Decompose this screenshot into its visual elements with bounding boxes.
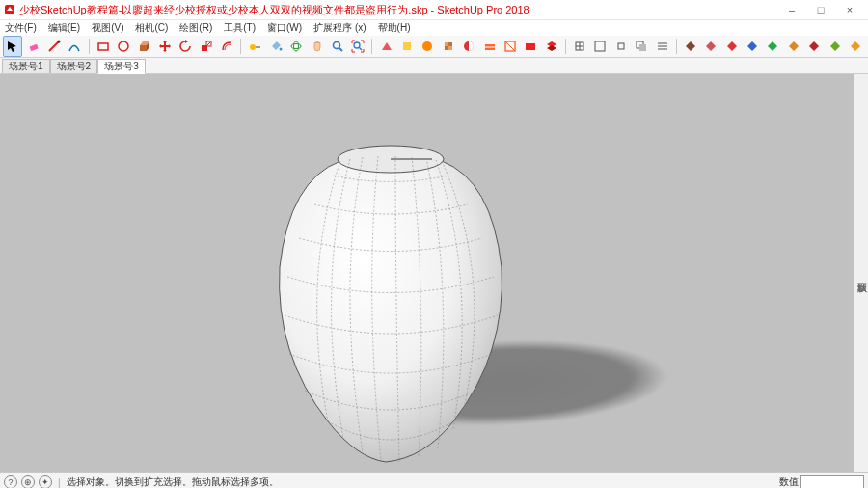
scene-tab-3[interactable]: 场景号3 bbox=[97, 59, 146, 74]
rectangle-tool-icon[interactable] bbox=[93, 36, 112, 57]
pushpull-tool-icon[interactable] bbox=[134, 36, 153, 57]
status-geoloc-icon[interactable]: ⊕ bbox=[21, 475, 35, 488]
menu-bar: 文件(F) 编辑(E) 视图(V) 相机(C) 绘图(R) 工具(T) 窗口(W… bbox=[0, 20, 868, 36]
measurements-label: 数值 bbox=[779, 475, 799, 488]
app-icon bbox=[4, 4, 15, 15]
outliner-icon[interactable] bbox=[652, 36, 671, 57]
svg-line-2 bbox=[49, 41, 59, 51]
svg-point-10 bbox=[250, 44, 256, 50]
style-wire-icon[interactable] bbox=[397, 36, 417, 57]
select-tool-icon[interactable] bbox=[3, 36, 22, 57]
toolbar-separator bbox=[565, 39, 566, 54]
section-fill-icon[interactable] bbox=[521, 36, 540, 57]
pan-tool-icon[interactable] bbox=[307, 36, 326, 57]
plugin-diamond-8-icon[interactable] bbox=[825, 36, 844, 57]
status-bar: ? ⊕ ✦ | 选择对象。切换到扩充选择。拖动鼠标选择多项。 数值 bbox=[0, 472, 868, 488]
viewport[interactable] bbox=[0, 74, 854, 472]
svg-point-17 bbox=[354, 42, 360, 48]
tray-panel: 默认面板 bbox=[854, 74, 868, 472]
toolbar-separator bbox=[240, 39, 241, 54]
svg-rect-4 bbox=[98, 43, 108, 50]
title-bar: 少校SketchUp教程篇-以廖超来经少校授权或少校本人双双的视频文件都是盗用行… bbox=[0, 0, 868, 20]
svg-point-15 bbox=[333, 42, 339, 49]
menu-edit[interactable]: 编辑(E) bbox=[45, 21, 83, 35]
plugin-diamond-6-icon[interactable] bbox=[784, 36, 803, 57]
tape-measure-icon[interactable] bbox=[245, 36, 264, 57]
svg-rect-23 bbox=[448, 46, 452, 50]
menu-file[interactable]: 文件(F) bbox=[2, 21, 40, 35]
svg-point-14 bbox=[294, 41, 299, 51]
svg-point-20 bbox=[422, 41, 432, 51]
workspace: 默认面板 bbox=[0, 74, 868, 472]
svg-rect-22 bbox=[445, 42, 448, 46]
svg-line-28 bbox=[505, 41, 515, 51]
rotate-tool-icon[interactable] bbox=[176, 36, 195, 57]
shadows-icon[interactable] bbox=[632, 36, 651, 57]
model-canvas bbox=[0, 74, 854, 472]
plugin-diamond-5-icon[interactable] bbox=[763, 36, 782, 57]
plugin-diamond-2-icon[interactable] bbox=[701, 36, 720, 57]
orbit-tool-icon[interactable] bbox=[286, 36, 306, 57]
plugin-diamond-4-icon[interactable] bbox=[743, 36, 762, 57]
circle-tool-icon[interactable] bbox=[114, 36, 133, 57]
svg-rect-29 bbox=[526, 43, 535, 50]
scale-tool-icon[interactable] bbox=[196, 36, 215, 57]
window-maximize-button[interactable]: □ bbox=[806, 0, 835, 19]
status-separator: | bbox=[58, 477, 61, 488]
svg-rect-6 bbox=[140, 45, 147, 51]
arc-tool-icon[interactable] bbox=[65, 36, 84, 57]
view-top-icon[interactable] bbox=[590, 36, 610, 57]
menu-window[interactable]: 窗口(W) bbox=[264, 21, 305, 35]
svg-rect-1 bbox=[29, 44, 38, 51]
menu-tools[interactable]: 工具(T) bbox=[221, 21, 258, 35]
style-hidden-icon[interactable] bbox=[376, 36, 395, 57]
svg-point-13 bbox=[291, 44, 301, 49]
scene-tabstrip: 场景号1 场景号2 场景号3 bbox=[0, 58, 868, 74]
section-cut-icon[interactable] bbox=[501, 36, 520, 57]
plugin-diamond-3-icon[interactable] bbox=[722, 36, 742, 57]
svg-rect-33 bbox=[595, 41, 605, 51]
zoom-tool-icon[interactable] bbox=[328, 36, 347, 57]
style-tex-icon[interactable] bbox=[439, 36, 458, 57]
zoom-extents-icon[interactable] bbox=[348, 36, 367, 57]
section-plane-icon[interactable] bbox=[479, 36, 499, 57]
menu-ext[interactable]: 扩展程序 (x) bbox=[311, 21, 368, 35]
scene-tab-2[interactable]: 场景号2 bbox=[50, 59, 98, 74]
svg-rect-36 bbox=[639, 44, 646, 51]
style-mono-icon[interactable] bbox=[459, 36, 478, 57]
view-iso-icon[interactable] bbox=[570, 36, 589, 57]
svg-rect-34 bbox=[618, 43, 624, 49]
svg-rect-19 bbox=[403, 42, 411, 50]
menu-camera[interactable]: 相机(C) bbox=[132, 21, 171, 35]
menu-draw[interactable]: 绘图(R) bbox=[176, 21, 215, 35]
plugin-diamond-7-icon[interactable] bbox=[804, 36, 824, 57]
svg-point-3 bbox=[57, 41, 60, 43]
toolbar-separator bbox=[89, 39, 90, 54]
toolbar-separator bbox=[676, 39, 677, 54]
move-tool-icon[interactable] bbox=[155, 36, 175, 57]
measurements-input[interactable] bbox=[800, 475, 864, 489]
status-help-icon[interactable]: ? bbox=[4, 475, 17, 488]
line-tool-icon[interactable] bbox=[44, 36, 64, 57]
style-shaded-icon[interactable] bbox=[418, 36, 437, 57]
toolbar-separator bbox=[371, 39, 372, 54]
tray-default-tab[interactable]: 默认面板 bbox=[854, 271, 868, 279]
layers-icon[interactable] bbox=[542, 36, 561, 57]
plugin-diamond-9-icon[interactable] bbox=[846, 36, 865, 57]
offset-tool-icon[interactable] bbox=[217, 36, 236, 57]
window-close-button[interactable]: × bbox=[835, 0, 864, 19]
paint-bucket-icon[interactable] bbox=[266, 36, 285, 57]
main-toolbar bbox=[0, 36, 868, 58]
menu-view[interactable]: 视图(V) bbox=[89, 21, 126, 35]
svg-point-5 bbox=[119, 41, 128, 51]
window-minimize-button[interactable]: – bbox=[777, 0, 806, 19]
plugin-diamond-1-icon[interactable] bbox=[681, 36, 700, 57]
window-title: 少校SketchUp教程篇-以廖超来经少校授权或少校本人双双的视频文件都是盗用行… bbox=[19, 3, 777, 17]
svg-line-9 bbox=[207, 42, 210, 45]
status-credits-icon[interactable]: ✦ bbox=[39, 475, 52, 488]
svg-point-12 bbox=[279, 48, 282, 51]
scene-tab-1[interactable]: 场景号1 bbox=[2, 59, 50, 74]
menu-help[interactable]: 帮助(H) bbox=[375, 21, 414, 35]
eraser-tool-icon[interactable] bbox=[23, 36, 42, 57]
view-front-icon[interactable] bbox=[611, 36, 631, 57]
